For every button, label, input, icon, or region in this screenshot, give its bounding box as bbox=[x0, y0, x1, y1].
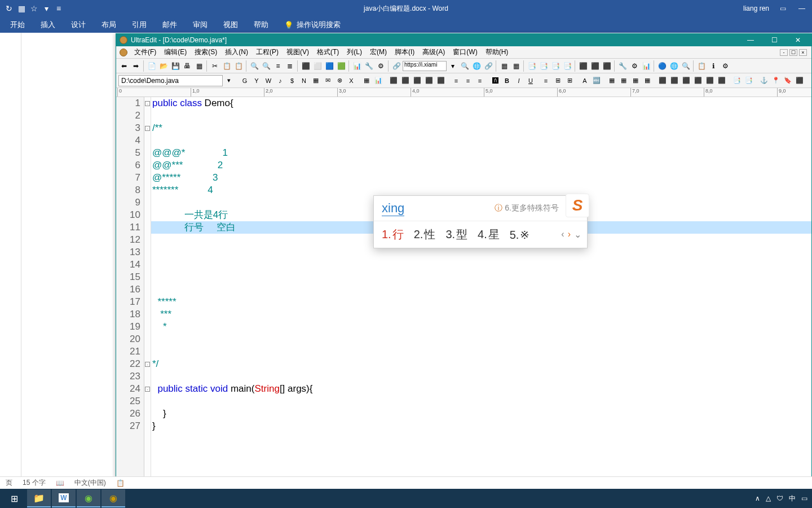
toolbar2-btn-46[interactable]: ⬛ bbox=[716, 75, 727, 86]
tab-home[interactable]: 开始 bbox=[2, 17, 33, 33]
toolbar2-btn-29[interactable]: ≡ bbox=[540, 75, 551, 86]
toolbar-btn2-23[interactable]: 🔍 bbox=[680, 60, 691, 72]
toolbar-btn-27[interactable]: 🔗 bbox=[391, 60, 402, 72]
menu-advanced[interactable]: 高级(A) bbox=[419, 46, 448, 58]
code-line[interactable] bbox=[151, 370, 811, 383]
tray-shield-icon[interactable]: 🛡 bbox=[776, 494, 783, 502]
toolbar2-btn-5[interactable]: N bbox=[298, 75, 310, 86]
code-line[interactable]: * bbox=[151, 321, 811, 333]
menu-view[interactable]: 视图(V) bbox=[283, 46, 312, 58]
status-page[interactable]: 页 bbox=[6, 478, 12, 488]
toolbar2-btn-26[interactable]: I bbox=[513, 75, 524, 86]
tray-notify-icon[interactable]: ▭ bbox=[801, 494, 807, 502]
toolbar-btn-10[interactable]: 📋 bbox=[221, 60, 232, 72]
ue-titlebar[interactable]: UltraEdit - [D:\code\Demo.java*] — ☐ ✕ bbox=[116, 34, 811, 46]
tab-layout[interactable]: 布局 bbox=[94, 17, 124, 33]
toolbar2-btn-37[interactable]: ▦ bbox=[618, 75, 629, 86]
toolbar2-btn-41[interactable]: ⬛ bbox=[657, 75, 668, 86]
tab-insert[interactable]: 插入 bbox=[33, 17, 63, 33]
toolbar-btn2-8[interactable]: 📑 bbox=[526, 60, 537, 72]
toolbar2-btn-18[interactable]: ⬛ bbox=[435, 75, 447, 86]
ime-candidate[interactable]: 2.性 bbox=[414, 227, 436, 242]
toolbar-btn-4[interactable]: 📂 bbox=[158, 60, 169, 72]
toolbar2-btn-45[interactable]: ⬛ bbox=[704, 75, 716, 86]
toolbar-btn-7[interactable]: ▦ bbox=[193, 60, 205, 72]
toolbar-btn2-19[interactable]: 📊 bbox=[641, 60, 652, 72]
code-line[interactable] bbox=[151, 110, 811, 122]
toolbar-btn-16[interactable]: ≣ bbox=[284, 60, 295, 72]
toolbar-btn2-14[interactable]: ⬛ bbox=[589, 60, 601, 72]
toolbar-btn-11[interactable]: 📋 bbox=[233, 60, 244, 72]
toolbar-btn2-15[interactable]: ⬛ bbox=[601, 60, 612, 72]
mdi-close-icon[interactable]: × bbox=[799, 49, 807, 56]
save-icon[interactable]: ☆ bbox=[29, 4, 38, 13]
ue-code-area[interactable]: public class Demo{/**@@@* 1@@*** 2@*****… bbox=[151, 97, 811, 488]
ue-file-dropdown[interactable] bbox=[118, 75, 223, 86]
toolbar2-btn-9[interactable]: X bbox=[346, 75, 357, 86]
menu-script[interactable]: 脚本(I) bbox=[391, 46, 418, 58]
menu-column[interactable]: 列(L) bbox=[343, 46, 365, 58]
ue-file-dd-icon[interactable]: ▾ bbox=[223, 75, 235, 86]
menu-edit[interactable]: 编辑(E) bbox=[161, 46, 190, 58]
code-line[interactable] bbox=[151, 345, 811, 358]
tab-design[interactable]: 设计 bbox=[63, 17, 94, 33]
toolbar-btn2-25[interactable]: 📋 bbox=[696, 60, 707, 72]
toolbar2-btn-2[interactable]: W bbox=[263, 75, 274, 86]
taskbar-taskview-icon[interactable]: ⊞ bbox=[2, 490, 26, 507]
fold-marker[interactable]: - bbox=[144, 97, 151, 110]
toolbar-btn-24[interactable]: 🔧 bbox=[363, 60, 374, 72]
toolbar-btn2-0[interactable]: ▾ bbox=[447, 60, 458, 72]
toolbar2-btn-49[interactable]: 📑 bbox=[743, 75, 754, 86]
toolbar-btn-13[interactable]: 🔍 bbox=[249, 60, 260, 72]
ime-next-icon[interactable]: › bbox=[568, 229, 571, 240]
ime-candidate[interactable]: 3.型 bbox=[445, 227, 467, 242]
code-line[interactable]: ******* 4 bbox=[151, 184, 811, 196]
toolbar2-btn-21[interactable]: ≡ bbox=[462, 75, 474, 86]
ue-close-button[interactable]: ✕ bbox=[787, 34, 809, 46]
toolbar-btn2-26[interactable]: ℹ bbox=[708, 60, 719, 72]
code-line[interactable] bbox=[151, 271, 811, 283]
toolbar2-btn-54[interactable]: ⬛ bbox=[794, 75, 805, 86]
tab-help[interactable]: 帮助 bbox=[246, 17, 276, 33]
code-line[interactable]: public class Demo{ bbox=[151, 97, 811, 110]
code-line[interactable] bbox=[151, 333, 811, 345]
toolbar-btn-25[interactable]: ⚙ bbox=[375, 60, 386, 72]
code-line[interactable]: public static void main(String[] args){ bbox=[151, 383, 811, 395]
toolbar-btn2-22[interactable]: 🌐 bbox=[668, 60, 679, 72]
menu-format[interactable]: 格式(T) bbox=[314, 46, 342, 58]
toolbar2-btn-34[interactable]: 🔤 bbox=[591, 75, 602, 86]
toolbar2-btn-31[interactable]: ⊞ bbox=[564, 75, 575, 86]
toolbar2-btn-51[interactable]: ⚓ bbox=[758, 75, 770, 86]
fold-marker[interactable]: - bbox=[144, 122, 151, 134]
toolbar-btn-18[interactable]: ⬛ bbox=[300, 60, 311, 72]
toolbar2-btn-30[interactable]: ⊞ bbox=[552, 75, 563, 86]
menu-insert[interactable]: 插入(N) bbox=[222, 46, 251, 58]
toolbar-btn2-18[interactable]: ⚙ bbox=[629, 60, 640, 72]
menu-search[interactable]: 搜索(S) bbox=[191, 46, 220, 58]
menu-window[interactable]: 窗口(W) bbox=[449, 46, 480, 58]
toolbar-btn-5[interactable]: 💾 bbox=[170, 60, 181, 72]
autosave-icon[interactable]: ↻ bbox=[5, 4, 14, 13]
toolbar2-btn-16[interactable]: ⬛ bbox=[412, 75, 423, 86]
ue-maximize-button[interactable]: ☐ bbox=[763, 34, 785, 46]
ime-expand-icon[interactable]: ⌄ bbox=[574, 229, 581, 240]
toolbar-btn2-10[interactable]: 📑 bbox=[550, 60, 561, 72]
ue-url-field[interactable]: https://i.xiami bbox=[403, 61, 447, 71]
ime-prev-icon[interactable]: ‹ bbox=[561, 229, 564, 240]
toolbar2-btn-25[interactable]: B bbox=[501, 75, 513, 86]
fold-marker[interactable]: - bbox=[144, 383, 151, 395]
code-line[interactable]: /** bbox=[151, 122, 811, 134]
toolbar2-btn-17[interactable]: ⬛ bbox=[423, 75, 435, 86]
toolbar2-btn-44[interactable]: ⬛ bbox=[692, 75, 704, 86]
tab-view[interactable]: 视图 bbox=[215, 17, 246, 33]
tray-ime-icon[interactable]: 中 bbox=[789, 494, 796, 503]
toolbar-btn-19[interactable]: ⬜ bbox=[312, 60, 323, 72]
toolbar2-btn-52[interactable]: 📍 bbox=[770, 75, 782, 86]
status-spellcheck-icon[interactable]: 📖 bbox=[56, 479, 64, 487]
toolbar-btn-9[interactable]: ✂ bbox=[209, 60, 220, 72]
toolbar2-btn-14[interactable]: ⬛ bbox=[388, 75, 399, 86]
code-line[interactable]: } bbox=[151, 408, 811, 420]
fold-marker[interactable]: - bbox=[144, 358, 151, 370]
toolbar-btn2-2[interactable]: 🌐 bbox=[471, 60, 482, 72]
toolbar-btn-23[interactable]: 📊 bbox=[351, 60, 363, 72]
